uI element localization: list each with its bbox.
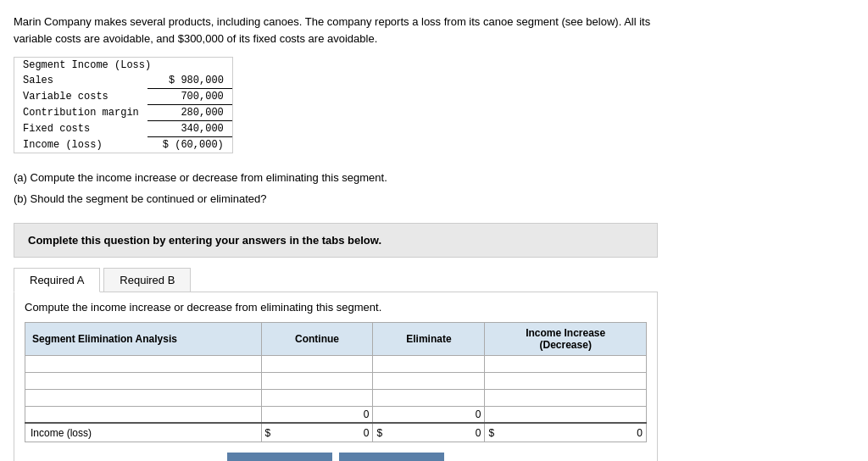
col-header-eliminate: Eliminate	[373, 322, 485, 355]
row3-continue[interactable]	[261, 389, 373, 406]
row2-continue-input[interactable]	[262, 373, 373, 388]
row1-label	[25, 355, 262, 372]
row2-label	[25, 372, 262, 389]
tab-content-required-a: Compute the income increase or decrease …	[14, 292, 658, 461]
income-loss-label: Income (loss)	[14, 137, 147, 153]
row4-label	[25, 406, 262, 423]
row1-increase-input[interactable]	[485, 356, 646, 371]
fixed-costs-amount: 340,000	[147, 121, 232, 137]
row4-eliminate-input[interactable]	[373, 407, 484, 422]
row3-eliminate[interactable]	[373, 389, 485, 406]
col-header-continue: Continue	[261, 322, 373, 355]
income-loss-increase-cell[interactable]: $	[485, 423, 647, 442]
row2-eliminate-input[interactable]	[373, 373, 484, 388]
row1-increase[interactable]	[485, 355, 647, 372]
table-row	[25, 355, 647, 372]
row3-increase[interactable]	[485, 389, 647, 406]
row3-label	[25, 389, 262, 406]
row4-increase[interactable]	[485, 406, 647, 423]
row3-continue-input[interactable]	[262, 390, 373, 405]
tab-required-a-label: Required A	[30, 274, 84, 286]
row2-increase-input[interactable]	[485, 373, 646, 388]
row4-continue[interactable]	[261, 406, 373, 423]
row2-eliminate[interactable]	[373, 372, 485, 389]
sales-amount: $ 980,000	[147, 73, 232, 89]
row3-eliminate-input[interactable]	[373, 390, 484, 405]
income-loss-total-label: Income (loss)	[25, 423, 262, 442]
segment-elimination-table: Segment Elimination Analysis Continue El…	[25, 322, 647, 442]
income-loss-eliminate-cell[interactable]: $	[373, 423, 485, 442]
income-loss-increase-input[interactable]	[496, 425, 646, 441]
segment-income-table: Segment Income (Loss) Sales $ 980,000 Va…	[14, 57, 233, 153]
col-header-income-increase: Income Increase(Decrease)	[485, 322, 647, 355]
intro-text: Marin Company makes several products, in…	[14, 14, 658, 47]
continue-dollar-sign: $	[262, 425, 273, 441]
row4-increase-input[interactable]	[485, 407, 646, 422]
tab-required-b-label: Required B	[120, 274, 175, 286]
eliminate-dollar-sign: $	[373, 425, 384, 441]
complete-instruction-text: Complete this question by entering your …	[28, 234, 381, 247]
income-loss-continue-cell[interactable]: $	[261, 423, 373, 442]
increase-dollar-sign: $	[485, 425, 496, 441]
row4-eliminate[interactable]	[373, 406, 485, 423]
question-b: (b) Should the segment be continued or e…	[14, 189, 854, 208]
row2-increase[interactable]	[485, 372, 647, 389]
table-row	[25, 372, 647, 389]
row1-continue[interactable]	[261, 355, 373, 372]
segment-income-title: Segment Income (Loss)	[14, 58, 232, 73]
fixed-costs-label: Fixed costs	[14, 121, 147, 137]
tab-a-instruction: Compute the income increase or decrease …	[25, 301, 647, 314]
row1-continue-input[interactable]	[262, 356, 373, 371]
question-a: (a) Compute the income increase or decre…	[14, 168, 854, 187]
row3-increase-input[interactable]	[485, 390, 646, 405]
variable-costs-label: Variable costs	[14, 89, 147, 105]
row4-continue-input[interactable]	[262, 407, 373, 422]
income-loss-row: Income (loss) $ $ $	[25, 423, 647, 442]
contribution-margin-amount: 280,000	[147, 105, 232, 121]
tabs-row: Required A Required B	[14, 268, 658, 292]
tab-required-a[interactable]: Required A	[14, 268, 100, 292]
table-row	[25, 406, 647, 423]
contribution-margin-label: Contribution margin	[14, 105, 147, 121]
questions-section: (a) Compute the income increase or decre…	[14, 168, 854, 209]
sales-label: Sales	[14, 73, 147, 89]
prev-button[interactable]: < Required A	[227, 453, 332, 461]
income-loss-eliminate-input[interactable]	[384, 425, 484, 441]
col-header-analysis: Segment Elimination Analysis	[25, 322, 262, 355]
variable-costs-amount: 700,000	[147, 89, 232, 105]
income-loss-continue-input[interactable]	[272, 425, 372, 441]
row1-eliminate-input[interactable]	[373, 356, 484, 371]
next-button[interactable]: Required B >	[339, 453, 445, 461]
navigation-buttons: < Required A Required B >	[25, 453, 647, 461]
row2-continue[interactable]	[261, 372, 373, 389]
table-row	[25, 389, 647, 406]
row1-eliminate[interactable]	[373, 355, 485, 372]
income-loss-amount: $ (60,000)	[147, 137, 232, 153]
complete-instruction-box: Complete this question by entering your …	[14, 223, 658, 258]
tab-required-b[interactable]: Required B	[103, 268, 191, 292]
